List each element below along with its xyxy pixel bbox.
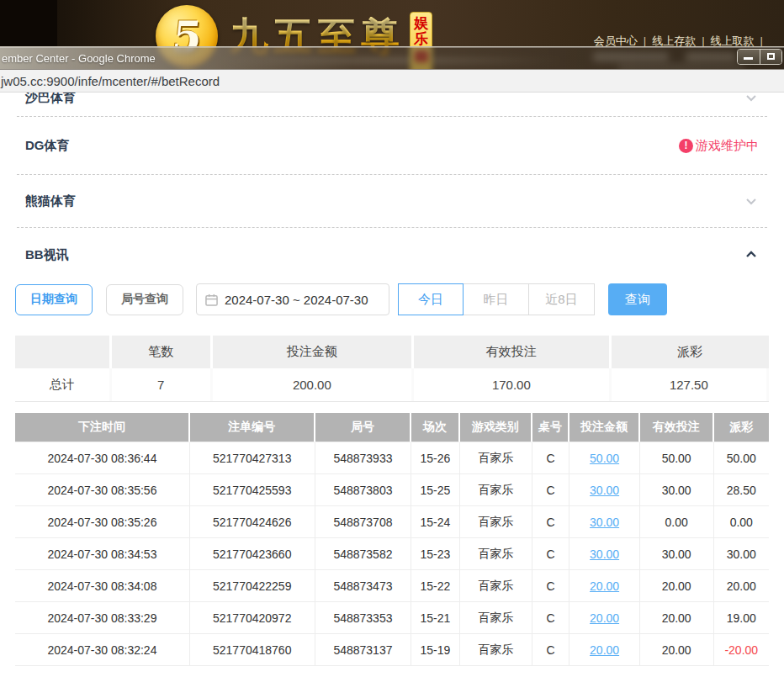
chevron-down-icon (744, 193, 759, 209)
bet-cell: 521770427313 (190, 442, 315, 474)
quick-today-button[interactable]: 今日 (398, 283, 464, 315)
bet-cell: 50.00 (714, 442, 769, 474)
bet-table-header-row: 下注时间注单编号局号场次游戏类别桌号投注金额有效投注派彩 (15, 413, 769, 442)
bet-row: 2024-07-30 08:34:08521770422259548873473… (15, 570, 769, 602)
minimize-button[interactable] (738, 50, 760, 64)
quick-yesterday-button[interactable]: 昨日 (464, 283, 529, 315)
section-title: BB视讯 (25, 247, 69, 263)
bet-header-cell: 派彩 (714, 413, 769, 442)
window-controls (737, 49, 782, 65)
maintenance-badge: ! 游戏维护中 (679, 138, 759, 154)
bet-cell: 百家乐 (460, 634, 532, 666)
exclamation-icon: ! (679, 139, 693, 153)
section-title: 沙巴体育 (25, 93, 76, 106)
bet-cell: 548873353 (315, 602, 412, 634)
bet-cell: 2024-07-30 08:35:56 (15, 474, 190, 506)
bet-cell: 0.00 (640, 506, 714, 538)
date-range-input[interactable]: 2024-07-30 ~ 2024-07-30 (196, 283, 389, 315)
search-button[interactable]: 查询 (608, 283, 667, 315)
bet-cell: 548873473 (315, 570, 412, 602)
quick-8days-button[interactable]: 近8日 (529, 283, 595, 315)
bet-cell: C (532, 602, 570, 634)
bet-row: 2024-07-30 08:33:29521770420972548873353… (15, 602, 769, 634)
bet-amount-link[interactable]: 50.00 (569, 442, 639, 474)
bet-cell: C (532, 538, 570, 570)
date-query-tab[interactable]: 日期查询 (15, 284, 93, 315)
bet-cell: 548873803 (315, 474, 412, 506)
bet-cell: 15-19 (411, 634, 459, 666)
bet-cell: 15-25 (411, 474, 459, 506)
chevron-up-icon (744, 247, 759, 262)
summary-value-cell: 170.00 (414, 368, 612, 401)
browser-popup-window: ember Center - Google Chrome jw05.cc:990… (0, 46, 784, 677)
bet-cell: 2024-07-30 08:32:24 (15, 634, 190, 666)
bet-cell: 548873933 (315, 442, 412, 474)
nav-link[interactable]: 会员中心 (594, 34, 638, 47)
nav-link[interactable]: 线上存款 (652, 34, 696, 47)
section-title: DG体育 (25, 138, 70, 154)
maximize-button[interactable] (760, 50, 781, 64)
section-title: 熊猫体育 (25, 193, 76, 209)
bet-cell: 0.00 (714, 506, 769, 538)
bet-cell: 19.00 (714, 602, 769, 634)
bet-cell: 521770418760 (190, 634, 315, 666)
section-saba-sports[interactable]: 沙巴体育 (15, 93, 769, 116)
bet-amount-link[interactable]: 30.00 (569, 474, 639, 506)
bet-amount-link[interactable]: 20.00 (569, 570, 639, 602)
bet-cell: 548873582 (315, 538, 412, 570)
bet-cell: 2024-07-30 08:34:08 (15, 570, 190, 602)
bet-cell: 15-21 (411, 602, 459, 634)
section-bb-video[interactable]: BB视讯 (15, 228, 769, 282)
bet-cell: 20.00 (640, 602, 714, 634)
url-bar[interactable]: jw05.cc:9900/infe/mcenter/#/betRecord (0, 69, 784, 93)
url-text: jw05.cc:9900/infe/mcenter/#/betRecord (1, 74, 220, 88)
summary-header-cell: 有效投注 (414, 336, 612, 368)
bet-cell: C (532, 570, 570, 602)
filter-bar: 日期查询 局号查询 2024-07-30 ~ 2024-07-30 今日 昨日 … (15, 283, 769, 315)
bet-header-cell: 下注时间 (15, 413, 190, 442)
quick-range-group: 今日 昨日 近8日 (398, 283, 595, 315)
maintenance-text: 游戏维护中 (696, 138, 759, 154)
minimize-icon (744, 57, 753, 60)
screen: 5 九五至尊 娱 乐 会员中心|线上存款|线上取款| ember Center … (0, 0, 784, 677)
bet-cell: 20.00 (640, 570, 714, 602)
bet-amount-link[interactable]: 20.00 (569, 602, 639, 634)
bet-header-cell: 投注金额 (569, 413, 639, 442)
bet-cell: 521770424626 (190, 506, 315, 538)
summary-header-cell: 投注金额 (213, 336, 414, 368)
bet-header-cell: 局号 (315, 413, 412, 442)
summary-total-row: 总计7200.00170.00127.50 (15, 368, 769, 401)
bet-cell: C (532, 442, 570, 474)
bet-cell: C (532, 506, 570, 538)
badge-char: 娱 (414, 15, 428, 31)
nav-separator: | (644, 34, 646, 47)
window-titlebar[interactable]: ember Center - Google Chrome (0, 46, 784, 69)
summary-header-row: 笔数投注金额有效投注派彩 (15, 336, 769, 368)
round-query-tab[interactable]: 局号查询 (106, 284, 183, 315)
section-dg-sports[interactable]: DG体育 ! 游戏维护中 (15, 117, 769, 174)
bet-row: 2024-07-30 08:35:26521770424626548873708… (15, 506, 769, 538)
bet-row: 2024-07-30 08:35:56521770425593548873803… (15, 474, 769, 506)
bet-row: 2024-07-30 08:36:44521770427313548873933… (15, 442, 769, 474)
bet-cell: 2024-07-30 08:36:44 (15, 442, 190, 474)
bet-header-cell: 注单编号 (190, 413, 315, 442)
bet-cell: 15-23 (411, 538, 459, 570)
bet-amount-link[interactable]: 20.00 (569, 634, 639, 666)
bet-cell: 15-26 (411, 442, 459, 474)
bet-amount-link[interactable]: 30.00 (569, 506, 639, 538)
nav-separator: | (760, 34, 763, 47)
bet-cell: 521770420972 (190, 602, 315, 634)
bet-cell: 15-22 (411, 570, 459, 602)
summary-header-cell (15, 336, 112, 368)
bet-cell: 548873137 (315, 634, 412, 666)
bet-cell: 2024-07-30 08:33:29 (15, 602, 190, 634)
bet-cell: 2024-07-30 08:35:26 (15, 506, 190, 538)
bet-row: 2024-07-30 08:34:53521770423660548873582… (15, 538, 769, 570)
summary-value-cell: 总计 (15, 368, 112, 401)
bet-row: 2024-07-30 08:32:24521770418760548873137… (15, 634, 769, 666)
bet-amount-link[interactable]: 30.00 (569, 538, 639, 570)
summary-table: 笔数投注金额有效投注派彩 总计7200.00170.00127.50 (15, 336, 769, 402)
summary-value-cell: 127.50 (612, 368, 769, 401)
nav-link[interactable]: 线上取款 (711, 34, 755, 47)
section-panda-sports[interactable]: 熊猫体育 (15, 175, 769, 227)
